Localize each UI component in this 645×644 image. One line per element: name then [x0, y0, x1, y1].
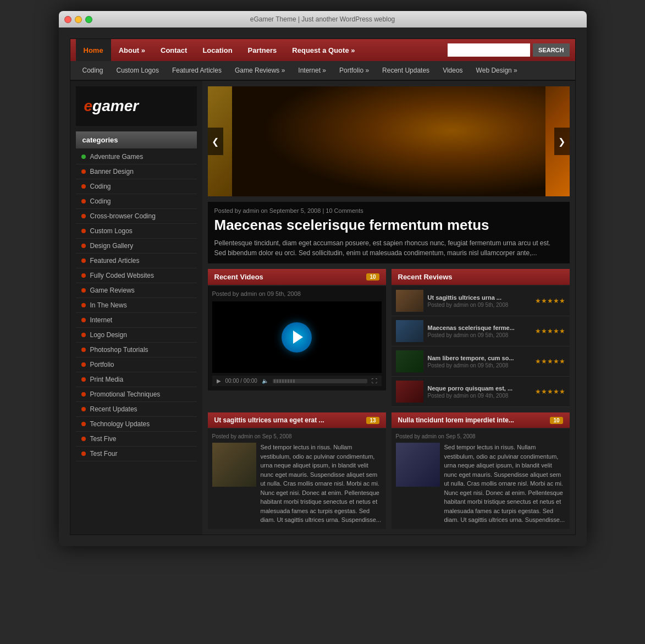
review-item-4[interactable]: Neque porro quisquam est, ... Posted by …: [392, 377, 570, 407]
progress-bar[interactable]: [273, 379, 367, 383]
play-icon: [293, 331, 303, 344]
cat-dot-red: [81, 214, 86, 218]
featured-post-meta: Posted by admin on September 5, 2008 | 1…: [214, 207, 563, 214]
cat-adventure-games[interactable]: Adventure Games: [76, 150, 197, 164]
subnav-web-design[interactable]: Web Design »: [470, 60, 524, 80]
cat-dot-red: [81, 184, 86, 189]
nav-about[interactable]: About »: [111, 39, 153, 61]
cat-featured-articles[interactable]: Featured Articles: [76, 254, 197, 268]
cat-dot-red: [81, 407, 86, 411]
cat-fully-coded[interactable]: Fully Coded Websites: [76, 268, 197, 283]
review-meta-3: Posted by admin on 09 5th, 2008: [428, 362, 531, 368]
video-player: Posted by admin on 09 5th, 2008 ▶ 00:00 …: [208, 286, 386, 390]
cat-banner-design[interactable]: Banner Design: [76, 164, 197, 179]
logo-e: e: [84, 97, 93, 114]
video-screen: [212, 301, 382, 373]
recent-reviews-title: Recent Reviews: [398, 273, 453, 281]
close-button[interactable]: [64, 16, 71, 23]
cat-portfolio[interactable]: Portfolio: [76, 357, 197, 372]
cat-dot-red: [81, 377, 86, 382]
minimize-button[interactable]: [75, 16, 82, 23]
stars-4: ★★★★★: [535, 388, 565, 395]
cat-photoshop[interactable]: Photoshop Tutorials: [76, 343, 197, 357]
cat-print-media[interactable]: Print Media: [76, 372, 197, 387]
post-left-title[interactable]: Ut sagittis ultrices urna eget erat ...: [214, 416, 324, 424]
maximize-button[interactable]: [85, 16, 92, 23]
nav-location[interactable]: Location: [195, 39, 240, 61]
cat-dot-red: [81, 333, 86, 337]
search-button[interactable]: SEARCH: [533, 43, 569, 57]
cat-coding-1[interactable]: Coding: [76, 179, 197, 194]
cat-dot-red: [81, 422, 86, 426]
review-item-1[interactable]: Ut sagittis ultrices urna ... Posted by …: [392, 286, 570, 316]
post-right-title[interactable]: Nulla tincidunt lorem imperdiet inte...: [398, 416, 514, 424]
main-area: egamer categories Adventure Games Banner…: [70, 81, 575, 535]
search-input[interactable]: [448, 43, 530, 57]
featured-post-title[interactable]: Maecenas scelerisque fermentum metus: [214, 217, 563, 234]
cat-in-the-news[interactable]: In The News: [76, 298, 197, 313]
review-thumb-4: [396, 381, 423, 403]
play-button[interactable]: [282, 322, 312, 353]
review-info-2: Maecenas scelerisque ferme... Posted by …: [428, 324, 531, 338]
recent-reviews-widget: Recent Reviews Ut sagittis ultrices urna…: [392, 269, 570, 407]
cat-test-five[interactable]: Test Five: [76, 432, 197, 447]
categories-header: categories: [76, 131, 197, 148]
cat-test-four[interactable]: Test Four: [76, 447, 197, 461]
cat-game-reviews[interactable]: Game Reviews: [76, 283, 197, 298]
nav-contact[interactable]: Contact: [153, 39, 195, 61]
slider-next-button[interactable]: ❯: [554, 128, 570, 155]
cat-logo-design[interactable]: Logo Design: [76, 328, 197, 343]
cat-cross-browser[interactable]: Cross-browser Coding: [76, 209, 197, 224]
site-logo: egamer: [76, 86, 197, 126]
slider-graphic: [208, 86, 570, 196]
subnav-internet[interactable]: Internet »: [291, 60, 333, 80]
cat-dot-red: [81, 244, 86, 248]
volume-icon[interactable]: 🔈: [262, 378, 268, 384]
subnav-portfolio[interactable]: Portfolio »: [333, 60, 376, 80]
posts-row: Ut sagittis ultrices urna eget erat ... …: [208, 412, 570, 529]
cat-dot-red: [81, 362, 86, 367]
recent-videos-widget: Recent Videos 10 Posted by admin on 09 5…: [208, 269, 386, 407]
cat-technology[interactable]: Technology Updates: [76, 417, 197, 432]
cat-dot-red: [81, 169, 86, 174]
sidebar: egamer categories Adventure Games Banner…: [70, 81, 202, 535]
review-item-3[interactable]: Nam libero tempore, cum so... Posted by …: [392, 346, 570, 377]
cat-dot-red: [81, 348, 86, 352]
post-right-header: Nulla tincidunt lorem imperdiet inte... …: [392, 412, 570, 428]
cat-dot-red: [81, 273, 86, 278]
titlebar: eGamer Theme | Just another WordPress we…: [59, 11, 587, 27]
cat-recent-updates[interactable]: Recent Updates: [76, 402, 197, 417]
featured-post-excerpt: Pellentesque tincidunt, diam eget accums…: [214, 238, 563, 258]
site-container: Home About » Contact Location Partners R…: [70, 38, 576, 535]
subnav-game-reviews[interactable]: Game Reviews »: [228, 60, 291, 80]
sub-nav: Coding Custom Logos Featured Articles Ga…: [70, 61, 575, 81]
browser-window: eGamer Theme | Just another WordPress we…: [59, 11, 587, 546]
post-left-header: Ut sagittis ultrices urna eget erat ... …: [208, 412, 386, 428]
featured-post: Posted by admin on September 5, 2008 | 1…: [208, 202, 570, 263]
fullscreen-icon[interactable]: ⛶: [372, 378, 377, 384]
nav-home[interactable]: Home: [76, 39, 111, 61]
post-right-text: Sed tempor lectus in risus. Nullam vesti…: [444, 443, 565, 525]
post-widget-right: Nulla tincidunt lorem imperdiet inte... …: [392, 412, 570, 529]
cat-dot-red: [81, 437, 86, 441]
review-title-2: Maecenas scelerisque ferme...: [428, 324, 531, 331]
cat-internet[interactable]: Internet: [76, 313, 197, 328]
cat-custom-logos[interactable]: Custom Logos: [76, 224, 197, 239]
cat-design-gallery[interactable]: Design Gallery: [76, 239, 197, 254]
review-thumb-3: [396, 350, 423, 372]
slider-prev-button[interactable]: ❮: [208, 128, 223, 155]
review-thumb-1: [396, 290, 423, 312]
cat-promotional[interactable]: Promotional Techniques: [76, 387, 197, 402]
subnav-videos[interactable]: Videos: [436, 60, 469, 80]
subnav-recent-updates[interactable]: Recent Updates: [376, 60, 436, 80]
cat-coding-2[interactable]: Coding: [76, 194, 197, 209]
subnav-featured[interactable]: Featured Articles: [166, 60, 228, 80]
play-control-icon[interactable]: ▶: [217, 378, 221, 384]
post-right-badge: 10: [550, 417, 563, 424]
subnav-custom-logos[interactable]: Custom Logos: [110, 60, 166, 80]
nav-partners[interactable]: Partners: [240, 39, 285, 61]
nav-quote[interactable]: Request a Quote »: [284, 39, 362, 61]
review-item-2[interactable]: Maecenas scelerisque ferme... Posted by …: [392, 316, 570, 346]
review-title-4: Neque porro quisquam est, ...: [428, 385, 531, 392]
subnav-coding[interactable]: Coding: [76, 60, 110, 80]
